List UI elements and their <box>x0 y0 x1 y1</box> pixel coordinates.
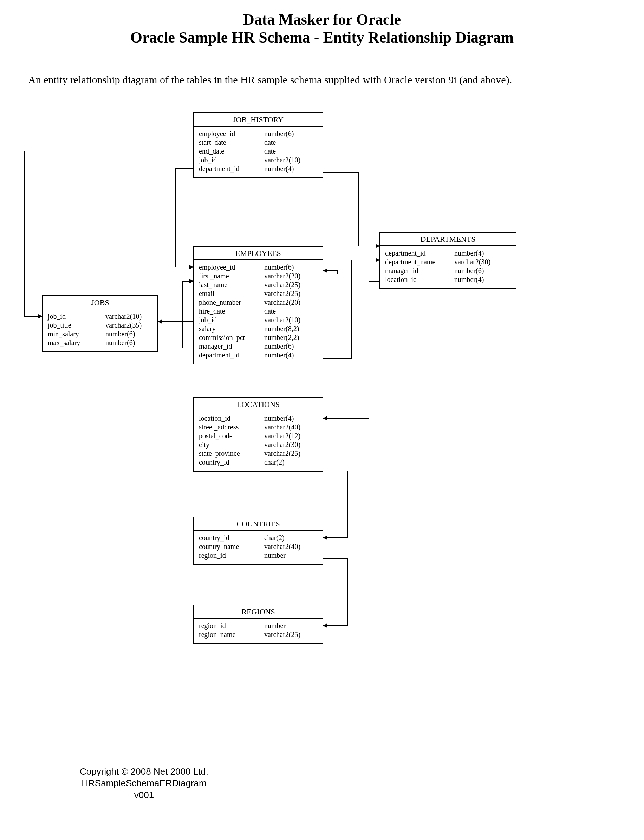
footer-version: v001 <box>70 789 218 801</box>
column-name: start_date <box>199 138 264 147</box>
column-row: last_namevarchar2(25) <box>199 281 318 289</box>
column-row: hire_datedate <box>199 307 318 316</box>
column-name: department_id <box>199 351 264 360</box>
column-name: region_id <box>199 551 264 560</box>
column-name: min_salary <box>48 330 105 339</box>
column-row: first_namevarchar2(20) <box>199 272 318 281</box>
column-row: start_datedate <box>199 138 318 147</box>
page-title-block: Data Masker for Oracle Oracle Sample HR … <box>0 11 644 46</box>
column-row: region_idnumber <box>199 621 318 630</box>
column-row: job_idvarchar2(10) <box>199 156 318 164</box>
column-type: date <box>264 138 318 147</box>
column-type: varchar2(10) <box>264 156 318 164</box>
column-name: street_address <box>199 423 264 432</box>
column-name: commission_pct <box>199 333 264 342</box>
rel-jobhistory-jobs <box>25 151 193 316</box>
entity-title: COUNTRIES <box>194 517 322 531</box>
column-row: job_titlevarchar2(35) <box>48 321 153 330</box>
column-name: last_name <box>199 281 264 289</box>
column-row: department_namevarchar2(30) <box>385 258 511 266</box>
entity-columns: employee_idnumber(6)start_datedateend_da… <box>194 127 322 178</box>
column-name: job_title <box>48 321 105 330</box>
column-row: job_idvarchar2(10) <box>48 312 153 321</box>
column-type: varchar2(25) <box>264 630 318 639</box>
column-name: location_id <box>199 414 264 423</box>
entity-columns: region_idnumberregion_namevarchar2(25) <box>194 618 322 643</box>
column-name: location_id <box>385 275 454 284</box>
column-row: region_idnumber <box>199 551 318 560</box>
entity-departments: DEPARTMENTS department_idnumber(4)depart… <box>380 232 516 289</box>
column-row: region_namevarchar2(25) <box>199 630 318 639</box>
column-type: number(8,2) <box>264 324 318 333</box>
column-row: manager_idnumber(6) <box>385 266 511 275</box>
column-name: max_salary <box>48 339 105 347</box>
column-name: salary <box>199 324 264 333</box>
column-name: job_id <box>199 316 264 324</box>
entity-title: JOB_HISTORY <box>194 113 322 127</box>
entity-title: JOBS <box>43 296 158 309</box>
column-row: job_idvarchar2(10) <box>199 316 318 324</box>
column-name: employee_id <box>199 263 264 272</box>
rel-employees-self <box>183 281 193 348</box>
column-name: department_id <box>385 249 454 258</box>
column-row: emailvarchar2(25) <box>199 289 318 298</box>
entity-columns: job_idvarchar2(10)job_titlevarchar2(35)m… <box>43 309 158 352</box>
column-type: date <box>264 147 318 156</box>
column-type: number(6) <box>105 330 153 339</box>
entity-job-history: JOB_HISTORY employee_idnumber(6)start_da… <box>193 112 323 178</box>
er-diagram-page: Data Masker for Oracle Oracle Sample HR … <box>0 0 644 840</box>
column-row: department_idnumber(4) <box>385 249 511 258</box>
column-row: min_salarynumber(6) <box>48 330 153 339</box>
column-row: location_idnumber(4) <box>385 275 511 284</box>
column-name: department_name <box>385 258 454 266</box>
column-type: varchar2(20) <box>264 298 318 307</box>
column-row: street_addressvarchar2(40) <box>199 423 318 432</box>
column-type: number(2,2) <box>264 333 318 342</box>
entity-columns: department_idnumber(4)department_namevar… <box>380 246 516 288</box>
column-type: number(6) <box>454 266 511 275</box>
column-name: manager_id <box>199 342 264 351</box>
column-row: cityvarchar2(30) <box>199 441 318 449</box>
column-name: postal_code <box>199 432 264 441</box>
column-row: employee_idnumber(6) <box>199 263 318 272</box>
column-row: max_salarynumber(6) <box>48 339 153 347</box>
column-type: number(4) <box>264 414 318 423</box>
column-type: varchar2(20) <box>264 272 318 281</box>
column-row: location_idnumber(4) <box>199 414 318 423</box>
column-name: city <box>199 441 264 449</box>
page-title-line2: Oracle Sample HR Schema - Entity Relatio… <box>0 28 644 46</box>
column-type: number(6) <box>105 339 153 347</box>
column-type: varchar2(12) <box>264 432 318 441</box>
column-row: country_namevarchar2(40) <box>199 542 318 551</box>
column-type: number <box>264 551 318 560</box>
rel-departments-employees <box>323 271 380 274</box>
entity-title: DEPARTMENTS <box>380 233 516 246</box>
column-row: commission_pctnumber(2,2) <box>199 333 318 342</box>
column-type: number(6) <box>264 129 318 138</box>
column-name: country_id <box>199 534 264 542</box>
column-name: hire_date <box>199 307 264 316</box>
rel-jobhistory-departments <box>323 172 380 246</box>
footer-copyright: Copyright © 2008 Net 2000 Ltd. <box>70 766 218 778</box>
column-row: end_datedate <box>199 147 318 156</box>
column-row: salarynumber(8,2) <box>199 324 318 333</box>
column-type: char(2) <box>264 534 318 542</box>
column-name: region_id <box>199 621 264 630</box>
column-name: employee_id <box>199 129 264 138</box>
column-row: department_idnumber(4) <box>199 351 318 360</box>
column-name: job_id <box>199 156 264 164</box>
column-row: employee_idnumber(6) <box>199 129 318 138</box>
column-type: varchar2(35) <box>105 321 153 330</box>
column-type: date <box>264 307 318 316</box>
column-type: number(6) <box>264 263 318 272</box>
column-type: number(4) <box>264 164 318 173</box>
column-type: varchar2(40) <box>264 542 318 551</box>
column-row: state_provincevarchar2(25) <box>199 449 318 458</box>
column-row: manager_idnumber(6) <box>199 342 318 351</box>
rel-locations-countries <box>323 471 348 538</box>
page-title-line1: Data Masker for Oracle <box>0 11 644 28</box>
entity-title: LOCATIONS <box>194 398 322 411</box>
entity-columns: employee_idnumber(6)first_namevarchar2(2… <box>194 260 322 364</box>
column-name: end_date <box>199 147 264 156</box>
column-type: varchar2(40) <box>264 423 318 432</box>
